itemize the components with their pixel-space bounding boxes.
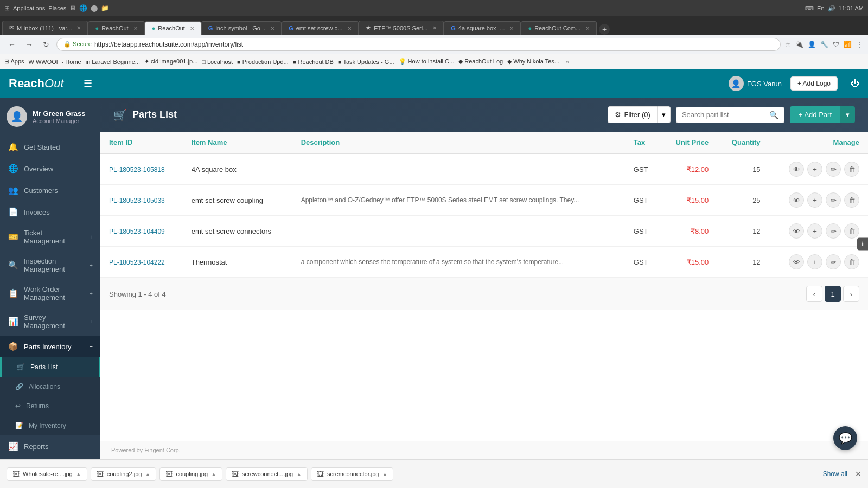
- download-chevron-3[interactable]: ▲: [211, 471, 216, 477]
- delete-button[interactable]: 🗑: [844, 162, 859, 177]
- tab-reachout-com[interactable]: ●ReachOut Com...✕: [521, 21, 597, 35]
- extension-icon-1[interactable]: 🔌: [795, 41, 803, 48]
- extension-icon-3[interactable]: 🛡: [833, 41, 839, 48]
- tab-google-emt[interactable]: Gemt set screw c...✕: [282, 21, 359, 35]
- tab-google-4a[interactable]: G4a square box -...✕: [444, 21, 521, 35]
- add-button[interactable]: +: [807, 254, 822, 269]
- pagination-page-1[interactable]: 1: [825, 286, 841, 302]
- tab-close[interactable]: ✕: [190, 25, 194, 31]
- filter-dropdown-button[interactable]: ▾: [658, 106, 671, 123]
- sidebar-item-parts-inventory[interactable]: 📦 Parts Inventory −: [0, 336, 100, 357]
- edit-button[interactable]: ✏: [826, 223, 841, 239]
- sidebar-item-ticket-management[interactable]: 🎫 Ticket Management +: [0, 223, 100, 251]
- sidebar-item-allocations[interactable]: 🔗 Allocations: [0, 377, 100, 396]
- tab-close[interactable]: ✕: [432, 25, 437, 31]
- add-button[interactable]: +: [807, 223, 822, 239]
- bookmark-cid[interactable]: ✦ cid:image001.jp...: [144, 58, 197, 65]
- edit-button[interactable]: ✏: [826, 162, 841, 177]
- bookmark-laravel[interactable]: in Laravel Beginne...: [86, 59, 140, 65]
- sidebar-item-entity-types[interactable]: 👤 Entity Types: [0, 457, 100, 459]
- pagination-prev[interactable]: ‹: [806, 286, 822, 302]
- download-file-icon-5: 🖼: [317, 470, 324, 478]
- extension-icon-4[interactable]: 📶: [844, 41, 852, 48]
- tab-close[interactable]: ✕: [133, 25, 138, 31]
- col-item-id[interactable]: Item ID: [100, 132, 183, 153]
- view-button[interactable]: 👁: [789, 162, 804, 177]
- more-options-icon[interactable]: ⋮: [856, 41, 863, 48]
- tab-reachout-2[interactable]: ●ReachOut✕: [145, 21, 201, 35]
- delete-button[interactable]: 🗑: [844, 223, 859, 239]
- bookmarks-more[interactable]: »: [566, 59, 569, 65]
- view-button[interactable]: 👁: [789, 192, 804, 208]
- power-icon[interactable]: ⏻: [851, 79, 859, 88]
- sidebar-item-overview[interactable]: 🌐 Overview: [0, 158, 100, 179]
- tab-close[interactable]: ✕: [347, 25, 352, 31]
- delete-button[interactable]: 🗑: [844, 254, 859, 269]
- tab-close[interactable]: ✕: [585, 25, 590, 31]
- sidebar-item-parts-list[interactable]: 🛒 Parts List: [0, 357, 100, 377]
- sidebar-item-invoices[interactable]: 📄 Invoices: [0, 201, 100, 223]
- download-chevron-2[interactable]: ▲: [145, 471, 150, 477]
- add-part-button[interactable]: + Add Part: [790, 106, 840, 123]
- download-chevron-5[interactable]: ▲: [382, 471, 387, 477]
- search-icon[interactable]: 🔍: [769, 111, 778, 119]
- bookmark-star-icon[interactable]: ☆: [785, 41, 791, 48]
- add-part-dropdown-button[interactable]: ▾: [840, 106, 855, 123]
- bookmark-howto[interactable]: 💡 How to install C...: [399, 58, 455, 65]
- url-bar[interactable]: 🔒 Secure https://betaapp.reachoutsuite.c…: [56, 38, 781, 51]
- col-item-name[interactable]: Item Name: [183, 132, 292, 153]
- delete-button[interactable]: 🗑: [844, 192, 859, 208]
- sidebar-item-survey-management[interactable]: 📊 Survey Management +: [0, 307, 100, 336]
- sidebar-item-reports[interactable]: 📈 Reports: [0, 435, 100, 457]
- sidebar-item-work-order-management[interactable]: 📋 Work Order Management +: [0, 279, 100, 307]
- download-chevron-4[interactable]: ▲: [296, 471, 302, 477]
- hamburger-menu-icon[interactable]: ☰: [84, 78, 92, 89]
- show-all-button[interactable]: Show all: [819, 468, 852, 480]
- new-tab-button[interactable]: +: [599, 24, 610, 35]
- bookmark-wwoof[interactable]: W WWOOF - Home: [29, 59, 81, 65]
- col-quantity[interactable]: Quantity: [717, 132, 769, 153]
- sidebar-item-customers[interactable]: 👥 Customers: [0, 179, 100, 201]
- sidebar-item-inspection-management[interactable]: 🔍 Inspection Management +: [0, 251, 100, 279]
- col-tax[interactable]: Tax: [625, 132, 661, 153]
- add-button[interactable]: +: [807, 192, 822, 208]
- tab-etp[interactable]: ★ETP™ 5000S Seri...✕: [359, 21, 444, 35]
- sidebar-item-returns[interactable]: ↩ Returns: [0, 396, 100, 416]
- pagination-next[interactable]: ›: [843, 286, 859, 302]
- bookmark-production[interactable]: ■ Production Upd...: [237, 59, 289, 65]
- back-button[interactable]: ←: [5, 39, 18, 50]
- add-button[interactable]: +: [807, 162, 822, 177]
- tab-close[interactable]: ✕: [76, 25, 81, 31]
- edit-button[interactable]: ✏: [826, 254, 841, 269]
- bookmark-task[interactable]: ■ Task Updates - G...: [338, 59, 394, 65]
- forward-button[interactable]: →: [23, 39, 36, 50]
- tab-google-inch[interactable]: Ginch symbol - Go...✕: [201, 21, 282, 35]
- sidebar-item-get-started[interactable]: 🔔 Get Started: [0, 136, 100, 158]
- bookmark-apps[interactable]: ⊞ Apps: [4, 58, 24, 65]
- bookmark-localhost[interactable]: □ Localhost: [202, 59, 233, 65]
- filter-button[interactable]: ⚙ Filter (0): [608, 106, 658, 123]
- tab-reachout-1[interactable]: ●ReachOut✕: [88, 21, 144, 35]
- edit-button[interactable]: ✏: [826, 192, 841, 208]
- view-button[interactable]: 👁: [789, 223, 804, 239]
- bookmark-nikola[interactable]: ◆ Why Nikola Tes...: [507, 58, 559, 65]
- close-downloads-button[interactable]: ✕: [855, 470, 861, 478]
- reload-button[interactable]: ↻: [40, 39, 52, 50]
- bookmark-reachoutlog[interactable]: ◆ ReachOut Log: [458, 58, 503, 65]
- col-unit-price[interactable]: Unit Price: [661, 132, 717, 153]
- chat-bubble[interactable]: 💬: [833, 426, 857, 450]
- view-button[interactable]: 👁: [789, 254, 804, 269]
- sidebar-item-my-inventory[interactable]: 📝 My Inventory: [0, 416, 100, 435]
- tab-close[interactable]: ✕: [509, 25, 514, 31]
- user-profile-icon[interactable]: 👤: [808, 41, 816, 48]
- search-input[interactable]: [682, 111, 766, 119]
- tab-gmail[interactable]: ✉M Inbox (111) - var...✕: [2, 21, 88, 35]
- bookmark-reachoutdb[interactable]: ■ Reachout DB: [293, 59, 334, 65]
- download-chevron-1[interactable]: ▲: [76, 471, 81, 477]
- add-logo-button[interactable]: + Add Logo: [790, 76, 838, 91]
- download-item-name: Wholesale-re....jpg: [23, 471, 73, 477]
- tab-close[interactable]: ✕: [270, 25, 275, 31]
- info-badge[interactable]: ℹ: [857, 238, 868, 251]
- extension-icon-2[interactable]: 🔧: [820, 41, 828, 48]
- col-description[interactable]: Description: [292, 132, 625, 153]
